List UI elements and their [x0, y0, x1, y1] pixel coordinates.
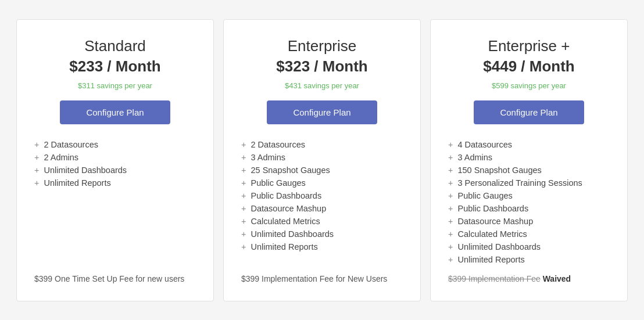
plus-icon: +: [448, 217, 453, 226]
list-item: +Unlimited Dashboards: [448, 240, 610, 253]
plus-icon: +: [241, 191, 246, 200]
plan-card-enterprise-plus: Enterprise +$449 / Month$599 savings per…: [430, 19, 628, 301]
plan-price-enterprise: $323 / Month: [241, 57, 403, 75]
feature-text: Calculated Metrics: [251, 217, 320, 226]
plus-icon: +: [448, 229, 453, 239]
plus-icon: +: [34, 166, 39, 175]
feature-text: Public Gauges: [251, 178, 305, 188]
fee-note-standard: $399 One Time Set Up Fee for new users: [34, 274, 196, 283]
configure-button-enterprise-plus[interactable]: Configure Plan: [474, 100, 584, 124]
plus-icon: +: [241, 140, 246, 149]
feature-text: Unlimited Reports: [457, 255, 524, 264]
list-item: +Calculated Metrics: [448, 228, 610, 240]
list-item: +Public Dashboards: [448, 202, 610, 215]
feature-text: 150 Snapshot Gauges: [457, 166, 541, 175]
list-item: +Unlimited Reports: [448, 253, 610, 266]
waived-label: Waived: [541, 274, 571, 283]
features-list-standard: +2 Datasources+2 Admins+Unlimited Dashbo…: [34, 138, 196, 266]
plan-card-enterprise: Enterprise$323 / Month$431 savings per y…: [223, 19, 421, 301]
list-item: +3 Admins: [448, 151, 610, 164]
list-item: +2 Datasources: [241, 138, 403, 151]
feature-text: 25 Snapshot Gauges: [251, 166, 330, 175]
plus-icon: +: [448, 166, 453, 175]
plan-card-standard: Standard$233 / Month$311 savings per yea…: [16, 19, 214, 301]
configure-button-enterprise[interactable]: Configure Plan: [267, 100, 377, 124]
list-item: +Calculated Metrics: [241, 215, 403, 228]
list-item: +25 Snapshot Gauges: [241, 164, 403, 177]
feature-text: 2 Datasources: [251, 140, 305, 149]
feature-text: 2 Admins: [44, 153, 78, 162]
feature-text: Datasource Mashup: [251, 204, 326, 213]
list-item: +Public Gauges: [241, 177, 403, 189]
plan-header-enterprise-plus: Enterprise +$449 / Month: [448, 37, 610, 75]
plus-icon: +: [34, 178, 39, 188]
plus-icon: +: [448, 153, 453, 162]
feature-text: Unlimited Dashboards: [44, 166, 127, 175]
feature-text: Calculated Metrics: [457, 229, 527, 239]
list-item: +Datasource Mashup: [241, 202, 403, 215]
list-item: +Unlimited Dashboards: [34, 164, 196, 177]
plus-icon: +: [34, 140, 39, 149]
list-item: +4 Datasources: [448, 138, 610, 151]
plus-icon: +: [448, 255, 453, 264]
list-item: +Unlimited Dashboards: [241, 228, 403, 240]
list-item: +Public Gauges: [448, 189, 610, 202]
plus-icon: +: [241, 204, 246, 213]
feature-text: 3 Admins: [457, 153, 492, 162]
plan-savings-enterprise: $431 savings per year: [241, 81, 403, 90]
plan-price-standard: $233 / Month: [34, 57, 196, 75]
list-item: +Unlimited Reports: [241, 240, 403, 253]
feature-text: Unlimited Dashboards: [457, 242, 541, 251]
feature-text: 3 Personalized Training Sessions: [457, 178, 582, 188]
fee-note-enterprise: $399 Implementation Fee for New Users: [241, 274, 403, 283]
configure-button-standard[interactable]: Configure Plan: [60, 100, 170, 124]
plus-icon: +: [448, 191, 453, 200]
plan-name-standard: Standard: [34, 37, 196, 55]
plus-icon: +: [241, 166, 246, 175]
list-item: +3 Personalized Training Sessions: [448, 177, 610, 189]
list-item: +Unlimited Reports: [34, 177, 196, 189]
list-item: +2 Datasources: [34, 138, 196, 151]
fee-waived-enterprise-plus: $399 Implementation Fee Waived: [448, 274, 610, 283]
plan-savings-enterprise-plus: $599 savings per year: [448, 81, 610, 90]
plus-icon: +: [34, 153, 39, 162]
fee-strikethrough: $399 Implementation Fee: [448, 274, 541, 283]
feature-text: Unlimited Reports: [44, 178, 110, 188]
feature-text: Public Dashboards: [457, 204, 528, 213]
plan-header-standard: Standard$233 / Month: [34, 37, 196, 75]
feature-text: Unlimited Dashboards: [251, 229, 334, 239]
plus-icon: +: [448, 204, 453, 213]
plus-icon: +: [241, 153, 246, 162]
plus-icon: +: [448, 242, 453, 251]
feature-text: Public Gauges: [457, 191, 512, 200]
plus-icon: +: [241, 217, 246, 226]
feature-text: 2 Datasources: [44, 140, 98, 149]
plus-icon: +: [241, 229, 246, 239]
plan-name-enterprise-plus: Enterprise +: [448, 37, 610, 55]
list-item: +3 Admins: [241, 151, 403, 164]
plus-icon: +: [241, 178, 246, 188]
list-item: +Public Dashboards: [241, 189, 403, 202]
feature-text: Public Dashboards: [251, 191, 321, 200]
plan-savings-standard: $311 savings per year: [34, 81, 196, 90]
feature-text: Unlimited Reports: [251, 242, 317, 251]
plus-icon: +: [448, 178, 453, 188]
plus-icon: +: [241, 242, 246, 251]
features-list-enterprise-plus: +4 Datasources+3 Admins+150 Snapshot Gau…: [448, 138, 610, 266]
plan-name-enterprise: Enterprise: [241, 37, 403, 55]
plan-price-enterprise-plus: $449 / Month: [448, 57, 610, 75]
features-list-enterprise: +2 Datasources+3 Admins+25 Snapshot Gaug…: [241, 138, 403, 266]
plus-icon: +: [448, 140, 453, 149]
list-item: +2 Admins: [34, 151, 196, 164]
list-item: +150 Snapshot Gauges: [448, 164, 610, 177]
feature-text: Datasource Mashup: [457, 217, 533, 226]
feature-text: 4 Datasources: [457, 140, 512, 149]
plan-header-enterprise: Enterprise$323 / Month: [241, 37, 403, 75]
feature-text: 3 Admins: [251, 153, 285, 162]
list-item: +Datasource Mashup: [448, 215, 610, 228]
plans-container: Standard$233 / Month$311 savings per yea…: [0, 8, 644, 313]
